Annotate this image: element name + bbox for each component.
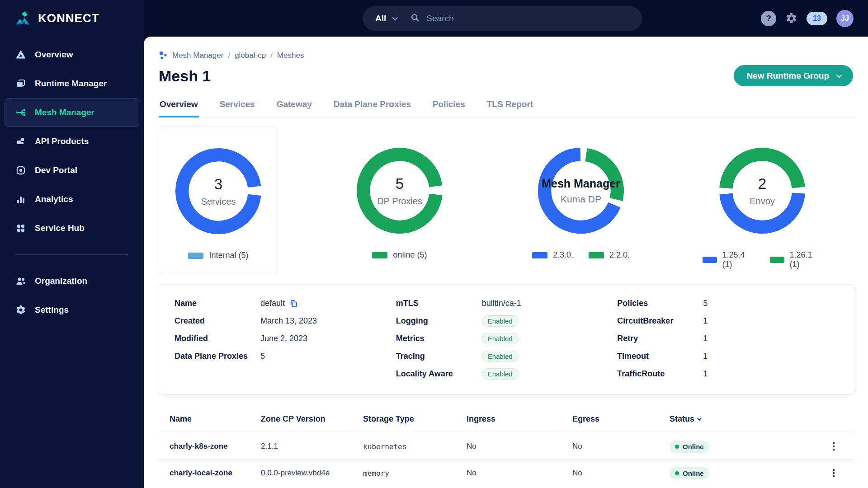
online-dot-icon	[675, 445, 679, 449]
api-products-icon	[15, 136, 27, 147]
search-input[interactable]: Search	[426, 14, 453, 23]
copy-icon[interactable]	[289, 299, 298, 308]
charts-row: 3 Services Internal (5) 5 DP Proxies	[159, 127, 854, 274]
runtime-manager-icon	[15, 78, 27, 89]
legend-swatch	[532, 252, 547, 258]
mesh-manager-icon	[15, 107, 27, 118]
row-actions-kebab-icon[interactable]	[833, 442, 854, 450]
dev-portal-icon	[15, 165, 27, 176]
envoy-chart-card: 2 Envoy 1.25.4 (1) 1.26.1 (1)	[703, 127, 822, 274]
envoy-donut-chart: 2 Envoy	[718, 146, 807, 235]
brand-text: KONNECT	[38, 11, 99, 25]
online-dot-icon	[675, 471, 679, 475]
status-badge: Enabled	[482, 368, 519, 380]
help-button[interactable]: ?	[761, 11, 776, 26]
sidebar: KONNECT Overview Runtime Manager	[0, 0, 144, 488]
global-search[interactable]: All Search	[363, 6, 642, 31]
analytics-icon	[15, 194, 27, 205]
sidebar-item-overview[interactable]: Overview	[5, 40, 139, 69]
breadcrumb-mesh-manager[interactable]: Mesh Manager	[172, 51, 223, 60]
sidebar-item-analytics[interactable]: Analytics	[5, 185, 139, 214]
table-header-row: Name Zone CP Version Storage Type Ingres…	[159, 405, 854, 433]
tab-overview[interactable]: Overview	[159, 95, 199, 117]
mesh-details-panel: Name default Created March 13, 2023 Modi…	[159, 284, 854, 395]
notification-badge[interactable]: 13	[807, 12, 827, 25]
sidebar-item-service-hub[interactable]: Service Hub	[5, 214, 139, 243]
status-badge: Enabled	[482, 315, 519, 327]
dp-proxies-donut-chart: 5 DP Proxies	[355, 146, 444, 235]
status-badge: Enabled	[482, 333, 519, 344]
chevron-down-icon	[836, 72, 842, 78]
breadcrumb-meshes[interactable]: Meshes	[277, 51, 304, 60]
envoy-legend: 1.25.4 (1) 1.26.1 (1)	[703, 250, 822, 269]
kuma-dp-chart-card: Mesh Manager Kuma DP 2.3.0. 2.2.0.	[521, 127, 641, 274]
table-row[interactable]: charly-local-zone 0.0.0-preview.vbd4e me…	[159, 460, 854, 486]
status-badge: Online	[670, 441, 709, 453]
legend-swatch	[770, 257, 784, 263]
tab-bar: Overview Services Gateway Data Plane Pro…	[159, 95, 854, 117]
tab-data-plane-proxies[interactable]: Data Plane Proxies	[333, 95, 412, 117]
details-column-features: mTLS builtin/ca-1 Logging Enabled Metric…	[396, 295, 618, 383]
tab-policies[interactable]: Policies	[432, 95, 466, 117]
details-column-general: Name default Created March 13, 2023 Modi…	[175, 295, 396, 383]
topbar-settings-gear-icon[interactable]	[785, 12, 797, 24]
tab-tls-report[interactable]: TLS Report	[486, 95, 534, 117]
kuma-dp-donut-chart: Mesh Manager Kuma DP	[537, 146, 625, 235]
sidebar-nav: Overview Runtime Manager Mesh Manager	[0, 40, 144, 324]
legend-swatch	[589, 252, 604, 258]
chevron-down-icon	[392, 15, 398, 21]
avatar[interactable]: JJ	[836, 10, 854, 27]
dp-proxies-legend: online (5)	[372, 250, 427, 260]
legend-swatch	[188, 253, 203, 259]
mesh-breadcrumb-icon	[159, 51, 168, 60]
services-donut-chart: 3 Services	[174, 147, 263, 235]
sidebar-item-runtime-manager[interactable]: Runtime Manager	[5, 69, 139, 98]
settings-gear-icon	[15, 305, 27, 315]
status-sort-header[interactable]: Status	[670, 414, 803, 424]
zones-table: Name Zone CP Version Storage Type Ingres…	[159, 405, 854, 486]
search-icon	[410, 13, 420, 24]
sidebar-item-organization[interactable]: Organization	[5, 267, 139, 296]
main-content: Mesh Manager / global-cp / Meshes Mesh 1…	[144, 37, 868, 488]
status-badge: Online	[670, 467, 709, 479]
chevron-down-icon	[697, 416, 702, 421]
breadcrumb: Mesh Manager / global-cp / Meshes	[159, 51, 854, 60]
service-hub-icon	[15, 223, 27, 234]
dp-proxies-chart-card: 5 DP Proxies online (5)	[340, 127, 459, 274]
breadcrumb-global-cp[interactable]: global-cp	[235, 51, 266, 60]
kuma-dp-legend: 2.3.0. 2.2.0.	[532, 250, 630, 260]
sidebar-item-dev-portal[interactable]: Dev Portal	[5, 156, 139, 185]
status-badge: Enabled	[482, 351, 519, 362]
sidebar-item-settings[interactable]: Settings	[5, 296, 139, 324]
new-runtime-group-button[interactable]: New Runtime Group	[734, 65, 853, 86]
sidebar-divider	[15, 254, 128, 255]
table-row[interactable]: charly-k8s-zone 2.1.1 kubernetes No No O…	[159, 433, 854, 460]
brand[interactable]: KONNECT	[0, 0, 144, 37]
details-column-policies: Policies 5 CircuitBreaker 1 Retry 1 Time…	[617, 295, 839, 383]
legend-swatch	[372, 252, 387, 258]
legend-swatch	[703, 257, 717, 263]
tab-gateway[interactable]: Gateway	[276, 95, 313, 117]
overview-icon	[15, 49, 27, 60]
tab-services[interactable]: Services	[219, 95, 256, 117]
services-legend: Internal (5)	[188, 251, 248, 260]
row-actions-kebab-icon[interactable]	[833, 469, 854, 477]
kong-logo-icon	[13, 9, 32, 28]
services-chart-card: 3 Services Internal (5)	[159, 127, 278, 274]
search-scope-dropdown[interactable]: All	[375, 14, 386, 23]
sidebar-item-api-products[interactable]: API Products	[5, 127, 139, 156]
sidebar-item-mesh-manager[interactable]: Mesh Manager	[5, 98, 139, 127]
organization-icon	[15, 276, 27, 286]
